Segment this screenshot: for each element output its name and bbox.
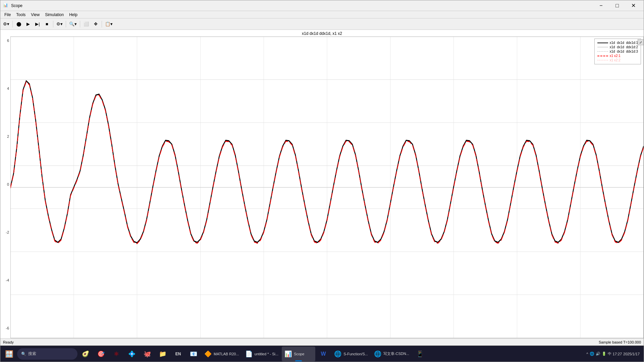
y-tick-0: 0 <box>7 182 9 186</box>
legend-item-1: x1d dx1d ddx1d:1 <box>597 41 638 45</box>
legend-label-5: x1 x2:2 <box>609 58 620 62</box>
chrome1-label: S-Function/S... <box>343 352 368 356</box>
param-button[interactable]: ⚙▾ <box>55 20 64 28</box>
taskbar-chrome1[interactable]: 🌐 S-Function/S... <box>331 347 371 361</box>
minimize-button[interactable]: − <box>593 0 609 11</box>
matlab-icon: 🔶 <box>204 350 212 358</box>
scope-label: Scope <box>294 352 304 356</box>
menu-tools[interactable]: Tools <box>13 12 28 18</box>
toolbar-sep-5 <box>102 21 102 27</box>
scope-icon: 📊 <box>284 350 292 358</box>
tray-volume[interactable]: 🔊 <box>596 352 600 356</box>
toolbar-sep-1 <box>12 21 13 27</box>
legend-item-3: x1d dx1d ddx1d:3 <box>597 50 638 53</box>
start-button[interactable]: 🪟 <box>2 347 16 361</box>
step-button[interactable]: ▶| <box>33 20 42 28</box>
taskbar-app1[interactable]: 🎯 <box>94 347 108 361</box>
window-icon: 📊 <box>3 3 9 9</box>
menu-bar: File Tools View Simulation Help <box>0 11 644 18</box>
scope-window: 📊 Scope − □ ✕ File Tools View Simulation… <box>0 0 644 362</box>
plot-container: x1d dx1d ddx1d, x1 x2 ⤢ 6 4 2 0 -2 -4 -6 <box>0 30 644 338</box>
taskbar-search[interactable]: 🔍 搜索 <box>17 348 77 360</box>
close-button[interactable]: ✕ <box>626 0 641 11</box>
legend-item-2: x1d dx1d ddx1d:2 <box>597 45 638 49</box>
chrome2-label: 写文章-CSDN... <box>383 351 409 356</box>
menu-help[interactable]: Help <box>66 12 80 18</box>
legend-item-4: x1 x2:1 <box>597 54 638 58</box>
tray-battery[interactable]: 🔋 <box>602 352 606 356</box>
taskbar-lang[interactable]: EN <box>171 347 185 361</box>
taskbar-extra[interactable]: 📱 <box>413 347 427 361</box>
menu-simulation[interactable]: Simulation <box>42 12 66 18</box>
taskbar-simulink[interactable]: 📄 untitled * - Si... <box>243 347 281 361</box>
taskbar-chrome2[interactable]: 🌐 写文章-CSDN... <box>371 347 412 361</box>
tray-ime[interactable]: 中 <box>608 351 611 356</box>
tray-network[interactable]: 🌐 <box>590 352 594 356</box>
toolbar-sep-3 <box>66 21 66 27</box>
legend-line-2 <box>597 47 608 47</box>
matlab-label: MATLAB R20... <box>214 352 239 356</box>
menu-file[interactable]: File <box>2 12 13 18</box>
y-tick-2: 2 <box>7 134 9 138</box>
clock-time: 17:27 <box>613 352 622 356</box>
chart-area[interactable]: 0 10 20 30 40 50 60 70 80 90 100 x1d <box>10 37 644 338</box>
system-tray: ^ 🌐 🔊 🔋 中 17:27 2025/1/17 <box>584 351 642 356</box>
legend-line-3 <box>597 51 608 52</box>
taskbar-scope[interactable]: 📊 Scope <box>282 347 315 361</box>
y-tick-4: 4 <box>7 86 9 90</box>
toolbar: ⚙▾ ⬤ ▶ ▶| ■ ⚙▾ 🔍▾ ⬜ ✥ 📋▾ <box>0 18 644 30</box>
settings-button[interactable]: ⚙▾ <box>2 20 11 28</box>
y-tick-n2: -2 <box>6 230 9 234</box>
taskbar-email[interactable]: 📧 <box>186 347 201 361</box>
taskbar-git[interactable]: 🐙 <box>140 347 155 361</box>
pan-button[interactable]: ✥ <box>91 20 100 28</box>
zoom-box-button[interactable]: ⬜ <box>82 20 91 28</box>
plot-title: x1d dx1d ddx1d, x1 x2 <box>0 30 644 37</box>
expand-button[interactable]: ⤢ <box>638 39 644 45</box>
play-button[interactable]: ▶ <box>24 20 33 28</box>
toolbar-sep-4 <box>80 21 80 27</box>
taskbar: 🪟 🔍 搜索 🥑 🎯 ⚛ 💠 🐙 📁 EN 📧 🔶 MATLAB R20... … <box>0 346 644 362</box>
clock-date: 2025/1/17 <box>623 352 640 356</box>
status-right: Sample based T=100.000 <box>599 340 641 344</box>
zoom-button[interactable]: 🔍▾ <box>68 20 78 28</box>
legend-label-4: x1 x2:1 <box>609 54 620 58</box>
toolbar-sep-2 <box>53 21 53 27</box>
search-label: 搜索 <box>28 351 36 357</box>
legend-item-5: x1 x2:2 <box>597 58 638 62</box>
search-icon: 🔍 <box>21 352 26 356</box>
simulink-icon: 📄 <box>245 350 253 358</box>
y-axis: 6 4 2 0 -2 -4 -6 <box>0 37 10 338</box>
y-tick-n6: -6 <box>6 326 9 330</box>
data-button[interactable]: 📋▾ <box>104 20 114 28</box>
taskbar-files[interactable]: 📁 <box>155 347 170 361</box>
chrome2-icon: 🌐 <box>374 350 381 358</box>
tray-expand[interactable]: ^ <box>586 352 588 356</box>
legend-line-5 <box>597 60 608 60</box>
canvas-area: 6 4 2 0 -2 -4 -6 <box>0 37 644 338</box>
plot-legend: x1d dx1d ddx1d:1 x1d dx1d ddx1d:2 x1d dx… <box>594 39 641 64</box>
status-text: Ready <box>3 340 599 344</box>
y-tick-6: 6 <box>7 39 9 43</box>
y-tick-n4: -4 <box>6 278 9 282</box>
legend-label-2: x1d dx1d ddx1d:2 <box>609 45 638 49</box>
record-button[interactable]: ⬤ <box>14 20 23 28</box>
taskbar-vscode[interactable]: 💠 <box>124 347 139 361</box>
chrome1-icon: 🌐 <box>334 350 341 358</box>
taskbar-matlab[interactable]: 🔶 MATLAB R20... <box>202 347 242 361</box>
status-bar: Ready Sample based T=100.000 <box>0 338 644 346</box>
window-controls: − □ ✕ <box>593 0 641 11</box>
legend-label-1: x1d dx1d ddx1d:1 <box>609 41 638 45</box>
taskbar-app2[interactable]: ⚛ <box>109 347 124 361</box>
legend-line-1 <box>597 43 608 43</box>
taskbar-word[interactable]: W <box>316 347 331 361</box>
simulink-label: untitled * - Si... <box>255 352 279 356</box>
title-bar: 📊 Scope − □ ✕ <box>0 0 644 11</box>
stop-button[interactable]: ■ <box>43 20 51 28</box>
taskbar-avocado[interactable]: 🥑 <box>78 347 93 361</box>
maximize-button[interactable]: □ <box>609 0 625 11</box>
menu-view[interactable]: View <box>28 12 42 18</box>
legend-line-4 <box>597 56 608 56</box>
window-title: Scope <box>11 3 593 8</box>
legend-label-3: x1d dx1d ddx1d:3 <box>609 50 638 53</box>
